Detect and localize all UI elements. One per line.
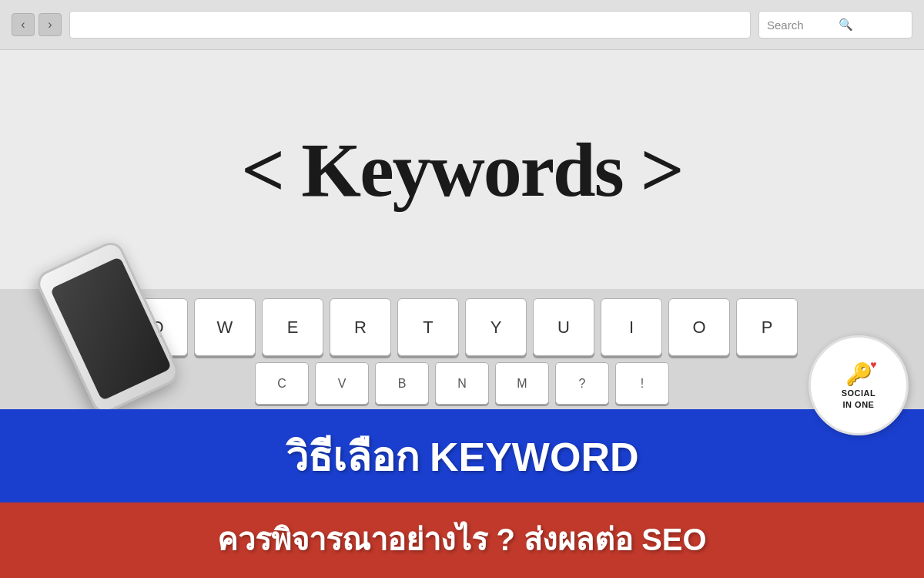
- banner-blue-text: วิธีเลือก KEYWORD: [286, 425, 639, 489]
- phone-overlay: [23, 250, 192, 405]
- banner-red-text: ควรพิจารณาอย่างไร ? ส่งผลต่อ SEO: [217, 515, 706, 564]
- key-e: E: [262, 298, 323, 356]
- search-label: Search: [767, 18, 832, 32]
- social-logo-icon: 🔑 ♥: [845, 361, 872, 387]
- key-o: O: [668, 298, 730, 356]
- banner-red: ควรพิจารณาอย่างไร ? ส่งผลต่อ SEO: [0, 502, 924, 578]
- keywords-title: < Keywords >: [241, 126, 682, 214]
- key-p: P: [736, 298, 798, 356]
- social-logo-text-line1: SOCIAL: [842, 388, 876, 398]
- banner-container: วิธีเลือก KEYWORD ควรพิจารณาอย่างไร ? ส่…: [0, 409, 924, 578]
- phone-shape: [33, 238, 182, 417]
- nav-buttons: ‹ ›: [12, 13, 62, 36]
- key-v: V: [315, 362, 369, 405]
- key-exclaim: !: [615, 362, 669, 405]
- key-t: T: [397, 298, 459, 356]
- forward-button[interactable]: ›: [38, 13, 62, 36]
- search-box[interactable]: Search 🔍: [758, 11, 912, 39]
- key-n: N: [435, 362, 489, 405]
- key-b: B: [375, 362, 429, 405]
- key-question: ?: [555, 362, 609, 405]
- banner-blue: วิธีเลือก KEYWORD: [0, 409, 924, 502]
- key-u: U: [533, 298, 594, 356]
- browser-bar: ‹ › Search 🔍: [0, 0, 924, 50]
- key-m: M: [495, 362, 549, 405]
- heart-icon: ♥: [870, 358, 876, 371]
- key-r: R: [330, 298, 391, 356]
- social-logo: 🔑 ♥ SOCIAL IN ONE: [808, 335, 909, 435]
- key-y: Y: [465, 298, 527, 356]
- social-logo-inner: 🔑 ♥ SOCIAL IN ONE: [842, 361, 876, 408]
- key-c: C: [255, 362, 309, 405]
- content-area: < Keywords > Q W E R T Y U I O P C V B N…: [0, 50, 924, 578]
- search-icon: 🔍: [839, 18, 904, 32]
- key-w: W: [194, 298, 256, 356]
- key-i: I: [601, 298, 662, 356]
- main-container: ‹ › Search 🔍 < Keywords > Q W E R T Y U …: [0, 0, 924, 578]
- phone-screen: [50, 257, 172, 401]
- address-bar[interactable]: [69, 11, 751, 39]
- back-button[interactable]: ‹: [12, 13, 35, 36]
- social-logo-text-line2: IN ONE: [843, 400, 875, 409]
